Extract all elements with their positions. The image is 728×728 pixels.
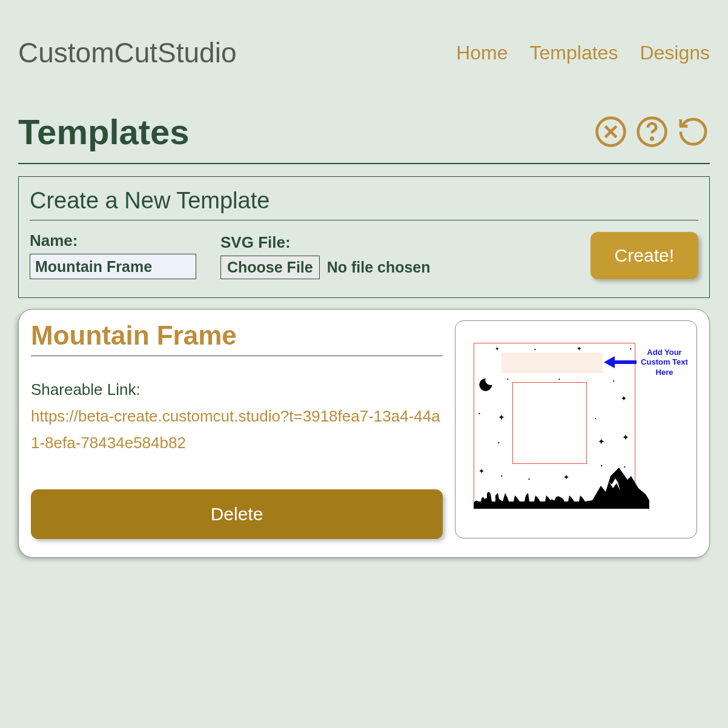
star-icon: ✦ [498,412,505,422]
star-icon: • [595,415,597,421]
star-icon: • [613,378,615,383]
name-label: Name: [30,231,196,250]
preview-inner: Add Your Custom Text Here ✦ • • • ✦ • • … [474,343,689,538]
moon-icon [478,376,495,392]
share-link[interactable]: https://beta-create.customcut.studio?t=3… [31,403,443,456]
create-panel-title: Create a New Template [30,188,698,220]
svg-point-2 [651,138,653,140]
custom-text-placeholder [501,352,603,373]
card-left: Mountain Frame Shareable Link: https://b… [31,320,443,539]
star-icon: ✦ [598,437,605,446]
close-icon[interactable] [594,115,627,148]
nav: Home Templates Designs [456,42,710,64]
create-panel: Create a New Template Name: SVG File: Ch… [18,176,710,298]
share-label: Shareable Link: [31,380,443,399]
arrow-icon [604,356,637,368]
delete-button[interactable]: Delete [31,489,443,539]
template-card: Mountain Frame Shareable Link: https://b… [18,309,710,558]
choose-file-button[interactable]: Choose File [220,256,320,279]
name-input[interactable] [30,254,196,279]
refresh-icon[interactable] [677,115,710,148]
star-icon: • [534,346,536,352]
app-logo: CustomCutStudio [18,36,237,69]
nav-templates[interactable]: Templates [530,42,618,64]
star-icon: • [478,411,480,416]
name-field-group: Name: [30,231,196,279]
star-icon: • [507,376,509,382]
frame-inner [512,382,587,464]
create-button[interactable]: Create! [591,232,698,279]
file-row: Choose File No file chosen [220,256,566,279]
file-field-group: SVG File: Choose File No file chosen [220,233,566,279]
star-icon: ✦ [577,345,581,352]
template-name: Mountain Frame [31,320,443,356]
star-icon: • [630,346,632,351]
star-icon: ✦ [622,432,629,442]
star-icon: ✦ [495,346,500,352]
action-icons [594,115,710,148]
nav-designs[interactable]: Designs [640,42,710,64]
mountain-silhouette-icon [474,464,649,509]
callout-text: Add Your Custom Text Here [637,348,692,377]
main: Templates Create a New Template Name: SV… [0,69,728,558]
file-label: SVG File: [220,233,566,252]
star-icon: • [498,440,500,445]
page-title: Templates [18,111,190,152]
star-icon: • [558,376,560,382]
nav-home[interactable]: Home [456,42,508,64]
star-icon: ✦ [621,394,627,403]
create-form: Name: SVG File: Choose File No file chos… [30,231,698,279]
page-title-row: Templates [18,111,710,164]
file-status: No file chosen [327,259,431,276]
header: CustomCutStudio Home Templates Designs [0,0,728,69]
help-icon[interactable] [635,115,669,148]
template-preview: Add Your Custom Text Here ✦ • • • ✦ • • … [455,320,697,538]
